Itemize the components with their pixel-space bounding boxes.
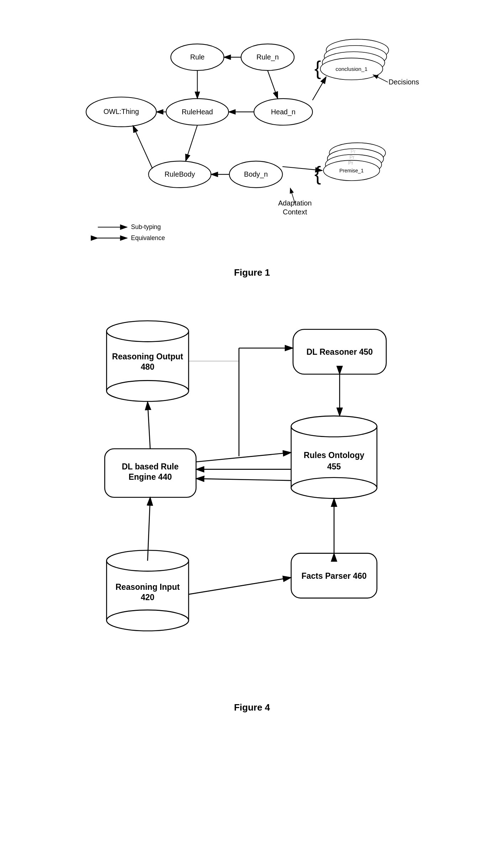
svg-line-58	[148, 402, 150, 449]
rule-label: Rule	[190, 53, 205, 61]
subtyping-legend: Sub-typing	[131, 223, 161, 230]
svg-point-43	[106, 321, 188, 342]
dl-rule-engine-label: DL based Rule	[122, 462, 179, 471]
svg-line-34	[133, 126, 152, 169]
svg-text:Premise_1: Premise_1	[340, 168, 364, 173]
svg-text:Pr: Pr	[350, 154, 355, 160]
svg-point-55	[106, 610, 188, 631]
head-n-label: Head_n	[271, 108, 295, 116]
reasoning-output-label: Reasoning Output	[112, 352, 183, 361]
rules-ontology-label: Rules Ontology	[304, 451, 364, 460]
svg-text:480: 480	[141, 362, 154, 371]
svg-text:455: 455	[327, 462, 341, 471]
svg-line-29	[268, 71, 278, 99]
figure1-diagram: OWL:Thing Rule Rule_n RuleHead Head_n Ru…	[21, 14, 483, 256]
svg-line-67	[189, 577, 291, 594]
body-n-label: Body_n	[244, 170, 268, 178]
svg-line-62	[196, 479, 291, 480]
svg-point-50	[291, 416, 377, 437]
figure1-caption: Figure 1	[234, 267, 270, 278]
rulebody-label: RuleBody	[164, 170, 195, 178]
dl-reasoner-label: DL Reasoner 450	[306, 347, 373, 357]
figure4-caption: Figure 4	[234, 702, 270, 713]
svg-text:Pr: Pr	[348, 160, 353, 166]
svg-line-36	[313, 77, 326, 100]
owl-thing-label: OWL:Thing	[104, 108, 139, 115]
decisions-label: Decisions	[389, 78, 419, 86]
svg-text:{: {	[314, 57, 321, 79]
svg-text:conclusion_1: conclusion_1	[336, 66, 368, 72]
svg-text:Context: Context	[283, 208, 308, 216]
svg-text:Engine 440: Engine 440	[128, 472, 172, 482]
svg-line-12	[373, 75, 388, 82]
svg-point-51	[291, 478, 377, 499]
rule-n-label: Rule_n	[257, 53, 279, 61]
svg-line-33	[186, 125, 198, 161]
svg-text:{: {	[314, 162, 321, 184]
svg-point-44	[106, 380, 188, 401]
svg-line-60	[196, 453, 291, 462]
equivalence-legend: Equivalence	[131, 234, 165, 241]
facts-parser-label: Facts Parser 460	[301, 571, 367, 581]
page-container: OWL:Thing Rule Rule_n RuleHead Head_n Ru…	[21, 14, 483, 734]
rulehead-label: RuleHead	[182, 108, 213, 116]
svg-text:420: 420	[141, 593, 154, 602]
reasoning-input-label: Reasoning Input	[115, 582, 180, 592]
figure4-diagram: Reasoning Output 480 DL Reasoner 450 DL …	[21, 300, 483, 691]
svg-text:Pr: Pr	[351, 149, 356, 154]
